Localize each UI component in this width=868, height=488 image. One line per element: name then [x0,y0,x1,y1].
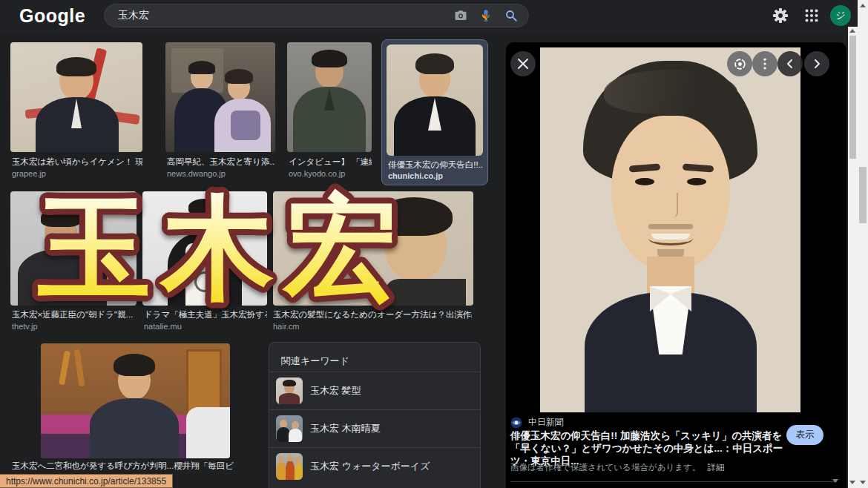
result-caption[interactable]: ドラマ「極主夫道」玉木宏扮する... [144,309,267,320]
panel-divider [510,481,837,482]
result-thumbnail[interactable] [41,343,230,458]
mic-icon[interactable] [473,4,499,27]
related-keyword-item[interactable]: 玉木宏 髪型 [269,372,480,409]
search-icon[interactable] [499,4,524,27]
view-button[interactable]: 表示 [786,425,823,445]
selected-result-card[interactable]: 俳優玉木宏の仰天告白!!... chunichi.co.jp [381,39,488,185]
result-thumbnail[interactable] [273,191,473,306]
result-domain: hair.cm [273,322,299,331]
result-caption[interactable]: 玉木宏へ二宮和也が発する呼び方が判明...櫻井翔「毎回ビクついてい... [12,461,234,472]
related-keyword-label: 玉木宏 木南晴夏 [310,422,381,435]
copyright-notice: 画像は著作権で保護されている場合があります。 詳細 [510,462,724,473]
result-thumbnail[interactable] [387,44,483,156]
related-keyword-item[interactable]: 玉木宏 ウォーターボーイズ [269,448,480,485]
more-options-icon[interactable] [752,51,777,76]
details-link[interactable]: 詳細 [707,463,724,472]
result-domain: ovo.kyodo.co.jp [289,169,345,178]
inner-scrollbar[interactable] [848,27,858,488]
result-thumbnail[interactable] [142,191,267,306]
close-icon[interactable] [510,51,536,76]
result-thumbnail[interactable] [287,42,372,152]
profile-avatar[interactable]: ジ [830,5,851,26]
preview-photo[interactable] [540,47,800,412]
inner-scrollbar-thumb[interactable] [849,36,856,159]
chevron-left-icon[interactable] [777,51,803,76]
result-caption[interactable]: 玉木宏の髪型になるためのオーダー方法は？出演作品別... [273,309,472,320]
camera-icon[interactable] [448,4,473,27]
google-logo[interactable]: Google [19,5,85,27]
related-keyword-item[interactable]: 玉木宏 木南晴夏 [269,410,480,447]
result-thumbnail[interactable] [165,42,275,152]
chevron-right-icon[interactable] [804,51,829,76]
page-scrollbar[interactable] [858,0,868,488]
result-domain: grapee.jp [12,169,46,178]
image-preview-panel: 中日新聞 俳優玉木宏の仰天告白!! 加藤浩次ら「スッキリ」の共演者を「早くない？… [506,42,846,488]
source-favicon [510,417,522,429]
google-images-results-page: Google [0,0,868,488]
source-name: 中日新聞 [528,416,564,429]
panel-scroll-down-arrow[interactable] [832,479,838,483]
related-keywords-header: 関連キーワード [281,355,349,368]
related-thumbnail [276,453,303,480]
source-row[interactable]: 中日新聞 [510,416,564,429]
google-lens-icon[interactable] [727,51,752,76]
result-thumbnail[interactable] [10,42,142,152]
result-thumbnail[interactable] [10,191,137,306]
result-caption[interactable]: 俳優玉木宏の仰天告白!!... [388,159,483,171]
related-keyword-label: 玉木宏 ウォーターボーイズ [310,460,430,473]
page-scrollbar-thumb[interactable] [859,167,867,223]
result-caption[interactable]: 高岡早紀、玉木宏と寄り添... [167,156,275,168]
result-caption[interactable]: 玉木宏は若い頃からイケメン！ 現在の... [12,156,142,168]
result-domain: thetv.jp [12,322,38,331]
related-keyword-label: 玉木宏 髪型 [310,384,361,398]
related-thumbnail [276,377,303,404]
top-bar: Google [0,0,868,32]
settings-gear-icon[interactable] [772,7,789,24]
search-bar[interactable] [104,4,529,27]
status-url-bubble: https://www.chunichi.co.jp/article/13385… [0,474,173,488]
related-keywords-panel: 関連キーワード 玉木宏 髪型 玉木宏 木南晴夏 [269,342,481,488]
result-domain: natalie.mu [144,322,182,331]
apps-grid-icon[interactable] [805,9,818,22]
result-caption[interactable]: 玉木宏×近藤正臣の"朝ドラ"親... [12,309,137,320]
result-domain: news.dwango.jp [167,169,226,178]
search-input[interactable] [105,10,448,22]
related-thumbnail [276,415,303,442]
result-domain: chunichi.co.jp [388,171,443,180]
status-url: https://www.chunichi.co.jp/article/13385… [6,476,166,487]
result-caption[interactable]: インタビュー】 「連続... [289,156,372,168]
